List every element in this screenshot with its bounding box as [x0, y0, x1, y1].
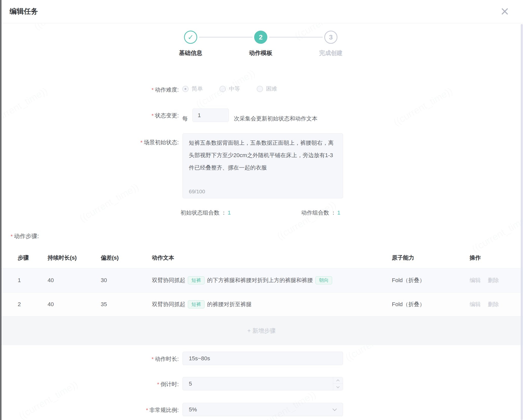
- step-1-check-icon: ✓: [184, 31, 197, 44]
- increase-button[interactable]: [333, 377, 343, 384]
- header-duration: 持续时长(s): [48, 254, 101, 262]
- cell-action-text: 双臂协同抓起 短裤 的裤腰对折至裤腿: [152, 300, 392, 309]
- step-3-circle: 3: [324, 31, 337, 44]
- table-row: 2 40 35 双臂协同抓起 短裤 的裤腰对折至裤腿 Fold（折叠） 编辑 删…: [0, 292, 523, 317]
- dialog-header: 编辑任务 ×: [0, 0, 523, 23]
- initial-combo-value: 1: [228, 209, 231, 216]
- delete-link[interactable]: 删除: [488, 301, 499, 308]
- cell-action-text: 双臂协同抓起 短裤 的下方裤腿和裤腰对折到上方的裤腿和裤腰 朝向: [152, 276, 392, 285]
- table-header-row: 步骤 持续时长(s) 偏差(s) 动作文本 原子能力 操作: [0, 247, 523, 268]
- required-asterisk: *: [140, 139, 143, 145]
- required-asterisk: *: [11, 233, 13, 239]
- watermark-text: ((current_time)): [275, 199, 338, 242]
- chevron-down-icon: [333, 407, 337, 411]
- step-2-circle: 2: [254, 31, 267, 44]
- header-atomic-ability: 原子能力: [392, 254, 470, 262]
- table-row: 1 40 30 双臂协同抓起 短裤 的下方裤腿和裤腰对折到上方的裤腿和裤腰 朝向…: [0, 268, 523, 292]
- state-change-prefix: 每: [182, 112, 188, 125]
- action-steps-label: *动作步骤:: [11, 232, 39, 240]
- dialog-title: 编辑任务: [10, 7, 38, 16]
- edit-link[interactable]: 编辑: [470, 277, 481, 284]
- edit-link[interactable]: 编辑: [470, 301, 481, 308]
- number-spinner: [333, 377, 343, 390]
- radio-hard[interactable]: 困难: [257, 85, 277, 93]
- char-counter: 69/100: [189, 188, 205, 195]
- watermark-text: ((current_time)): [392, 85, 454, 128]
- add-step-button[interactable]: + 新增步骤: [247, 327, 276, 335]
- page-left-edge: [0, 0, 2, 420]
- initial-state-textarea[interactable]: 短裤五条数据背面朝上，五条数据正面朝上，裤腰朝右，离头部视野下方至少20cm之外…: [183, 133, 343, 198]
- orientation-tag: 朝向: [315, 276, 332, 285]
- required-asterisk: *: [157, 381, 159, 387]
- step-label-action-template: 动作模板: [230, 49, 291, 57]
- required-asterisk: *: [152, 113, 154, 118]
- radio-easy[interactable]: 简单: [182, 85, 203, 93]
- cell-duration: 40: [48, 277, 101, 284]
- add-step-row: + 新增步骤: [0, 317, 523, 345]
- duration-label: *动作时长:: [0, 355, 179, 363]
- radio-hard-label: 困难: [266, 85, 277, 93]
- chevron-down-icon: [336, 385, 340, 388]
- decrease-button[interactable]: [333, 384, 343, 390]
- initial-state-label: *场景初始状态:: [0, 139, 179, 146]
- radio-circle-icon: [257, 86, 263, 92]
- state-change-label: *状态变更:: [0, 112, 179, 119]
- initial-state-text: 短裤五条数据背面朝上，五条数据正面朝上，裤腰朝右，离头部视野下方至少20cm之外…: [189, 137, 337, 174]
- object-tag: 短裤: [188, 300, 205, 309]
- required-asterisk: *: [146, 407, 148, 413]
- cell-atomic-ability: Fold（折叠）: [392, 301, 470, 308]
- step-connector: [269, 37, 323, 38]
- cell-offset: 35: [101, 301, 152, 308]
- state-change-input[interactable]: 1: [192, 109, 229, 122]
- edit-task-dialog: ((current_time)) ((current_time)) ((curr…: [0, 0, 523, 420]
- chevron-up-icon: [336, 379, 340, 383]
- cell-operations: 编辑 删除: [470, 277, 523, 284]
- cell-offset: 30: [101, 277, 152, 284]
- header-offset: 偏差(s): [101, 254, 152, 262]
- unusual-ratio-select[interactable]: 5%: [183, 403, 343, 416]
- header-action-text: 动作文本: [152, 254, 392, 262]
- state-change-suffix: 次采集会更新初始状态和动作文本: [234, 112, 317, 125]
- duration-input[interactable]: 15s~80s: [183, 352, 343, 365]
- unusual-ratio-value: 5%: [189, 403, 197, 416]
- difficulty-label: *动作难度:: [0, 86, 179, 94]
- required-asterisk: *: [152, 356, 154, 362]
- cell-step: 1: [18, 277, 48, 284]
- action-combo-value: 1: [337, 209, 340, 216]
- header-step: 步骤: [18, 254, 48, 262]
- delete-link[interactable]: 删除: [488, 277, 499, 284]
- countdown-input[interactable]: 5: [183, 377, 343, 390]
- watermark-text: ((current_time)): [78, 181, 140, 224]
- initial-combo-count: 初始状态组合数 ：1: [180, 209, 231, 217]
- cell-step: 2: [18, 301, 48, 308]
- cell-operations: 编辑 删除: [470, 301, 523, 308]
- required-asterisk: *: [152, 87, 154, 93]
- object-tag: 短裤: [188, 276, 205, 285]
- step-label-basic-info: 基础信息: [160, 49, 221, 57]
- close-icon[interactable]: ×: [498, 4, 512, 18]
- countdown-label: *倒计时:: [0, 381, 179, 388]
- countdown-value: 5: [189, 377, 192, 390]
- action-steps-table: 步骤 持续时长(s) 偏差(s) 动作文本 原子能力 操作 1 40 30 双臂…: [0, 247, 523, 345]
- radio-easy-label: 简单: [192, 85, 203, 93]
- header-operations: 操作: [470, 254, 523, 262]
- step-label-finish-create: 完成创建: [300, 49, 361, 57]
- cell-duration: 40: [48, 301, 101, 308]
- step-connector: [199, 37, 253, 38]
- scrollbar-thumb[interactable]: [521, 24, 523, 420]
- duration-value: 15s~80s: [189, 352, 210, 365]
- radio-circle-icon: [182, 86, 189, 92]
- cell-atomic-ability: Fold（折叠）: [392, 277, 470, 284]
